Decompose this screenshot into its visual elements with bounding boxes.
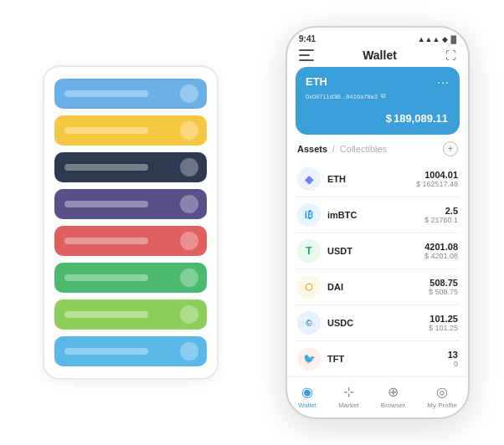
usdc-amounts: 101.25 $ 101.25: [429, 314, 458, 332]
tab-separator: /: [332, 145, 335, 154]
card-icon: [180, 121, 198, 140]
asset-list: ◆ ETH 1004.01 $ 162517.48 i₿ imBTC 2.5 $…: [287, 161, 468, 376]
imbtc-amount-usd: $ 21760.1: [424, 216, 458, 224]
wifi-icon: ◆: [442, 35, 448, 43]
eth-amount-usd: $ 162517.48: [416, 180, 458, 188]
profile-icon: ◎: [436, 384, 448, 400]
scene: 9:41 ▲▲▲ ◆ ▓ Wallet ⛶ ETH ··· 0x: [18, 13, 486, 432]
status-bar: 9:41 ▲▲▲ ◆ ▓: [287, 28, 468, 45]
asset-item-eth[interactable]: ◆ ETH 1004.01 $ 162517.48: [296, 161, 460, 197]
tft-name: TFT: [327, 354, 448, 364]
status-icons: ▲▲▲ ◆ ▓: [418, 35, 456, 43]
usdc-name: USDC: [327, 318, 429, 328]
page-title: Wallet: [314, 49, 445, 62]
assets-tabs: Assets / Collectibles: [297, 144, 387, 154]
signal-icon: ▲▲▲: [418, 35, 440, 43]
phone-header: Wallet ⛶: [287, 45, 468, 67]
eth-logo: ◆: [297, 167, 321, 191]
tft-amount-usd: 0: [448, 360, 458, 368]
usdt-amount-main: 4201.08: [424, 242, 458, 252]
card-icon: [180, 305, 198, 324]
tab-collectibles[interactable]: Collectibles: [340, 144, 387, 154]
asset-item-tft[interactable]: 🐦 TFT 13 0: [296, 341, 460, 376]
tft-amounts: 13 0: [448, 350, 458, 368]
nav-market[interactable]: ⊹ Market: [338, 384, 358, 409]
status-time: 9:41: [299, 34, 316, 43]
card-text: [64, 201, 148, 207]
expand-icon[interactable]: ⛶: [445, 49, 456, 62]
imbtc-amount-main: 2.5: [424, 206, 458, 216]
nav-market-label: Market: [338, 402, 358, 409]
card-text: [64, 274, 148, 281]
nav-profile[interactable]: ◎ My Profile: [427, 384, 457, 409]
card-text: [64, 127, 148, 134]
eth-amounts: 1004.01 $ 162517.48: [416, 170, 458, 188]
card-item-dark[interactable]: [54, 152, 207, 182]
browser-icon: ⊕: [388, 384, 399, 400]
bottom-nav: ◉ Wallet ⊹ Market ⊕ Browser ◎ My Profile: [287, 376, 468, 417]
battery-icon: ▓: [450, 35, 456, 43]
usdt-logo: T: [297, 239, 321, 263]
usdt-amount-usd: $ 4201.08: [424, 252, 458, 260]
asset-item-usdc[interactable]: © USDC 101.25 $ 101.25: [296, 305, 460, 341]
eth-card-top: ETH ···: [306, 75, 450, 89]
market-icon: ⊹: [343, 384, 354, 400]
imbtc-amounts: 2.5 $ 21760.1: [424, 206, 458, 224]
tft-logo: 🐦: [297, 347, 321, 371]
imbtc-name: imBTC: [327, 210, 424, 220]
card-icon: [180, 195, 198, 213]
card-item-red[interactable]: [54, 226, 207, 256]
nav-browser[interactable]: ⊕ Browser: [381, 384, 405, 409]
card-item-green[interactable]: [54, 263, 207, 293]
dai-logo: ⬡: [297, 275, 321, 299]
wallet-icon: ◉: [301, 384, 313, 400]
usdc-amount-usd: $ 101.25: [429, 324, 458, 332]
asset-item-dai[interactable]: ⬡ DAI 508.75 $ 508.75: [296, 269, 460, 305]
card-stack: [43, 65, 219, 380]
usdc-amount-main: 101.25: [429, 314, 458, 324]
copy-icon[interactable]: ⧉: [381, 92, 386, 100]
card-item-lightgreen[interactable]: [54, 299, 207, 330]
card-item-lightblue[interactable]: [54, 336, 207, 366]
dai-amount-main: 508.75: [429, 278, 458, 288]
menu-icon[interactable]: [299, 49, 314, 61]
eth-name: ETH: [327, 174, 416, 184]
card-icon: [180, 232, 198, 250]
eth-amount-main: 1004.01: [416, 170, 458, 180]
eth-card-amount: $189,089.11: [306, 107, 450, 126]
card-icon: [180, 342, 198, 361]
card-icon: [180, 158, 198, 176]
card-icon: [180, 269, 198, 287]
assets-bar: Assets / Collectibles +: [287, 141, 468, 161]
dai-amount-usd: $ 508.75: [429, 288, 458, 296]
card-item-blue[interactable]: [54, 79, 207, 109]
usdt-name: USDT: [327, 246, 424, 256]
card-text: [64, 348, 148, 355]
phone: 9:41 ▲▲▲ ◆ ▓ Wallet ⛶ ETH ··· 0x: [285, 26, 470, 419]
eth-card[interactable]: ETH ··· 0x08711d3B...8416a78a3 ⧉ $189,08…: [296, 67, 460, 135]
usdc-logo: ©: [297, 311, 321, 335]
eth-card-title: ETH: [306, 75, 327, 88]
asset-item-imbtc[interactable]: i₿ imBTC 2.5 $ 21760.1: [296, 197, 460, 233]
card-text: [64, 164, 148, 171]
usdt-amounts: 4201.08 $ 4201.08: [424, 242, 458, 260]
nav-wallet[interactable]: ◉ Wallet: [298, 384, 316, 409]
eth-card-address: 0x08711d3B...8416a78a3 ⧉: [306, 92, 450, 100]
card-item-purple[interactable]: [54, 189, 207, 219]
card-icon: [180, 84, 198, 103]
card-item-yellow[interactable]: [54, 115, 207, 146]
tab-assets[interactable]: Assets: [297, 144, 327, 154]
dai-amounts: 508.75 $ 508.75: [429, 278, 458, 296]
card-text: [64, 311, 148, 318]
nav-wallet-label: Wallet: [298, 402, 316, 409]
dai-name: DAI: [327, 282, 429, 292]
card-text: [64, 90, 148, 97]
eth-card-menu[interactable]: ···: [437, 75, 450, 89]
add-asset-button[interactable]: +: [443, 141, 458, 156]
asset-item-usdt[interactable]: T USDT 4201.08 $ 4201.08: [296, 233, 460, 269]
nav-profile-label: My Profile: [427, 402, 457, 409]
imbtc-logo: i₿: [297, 203, 321, 227]
tft-amount-main: 13: [448, 350, 458, 360]
nav-browser-label: Browser: [381, 402, 405, 409]
card-text: [64, 238, 148, 244]
